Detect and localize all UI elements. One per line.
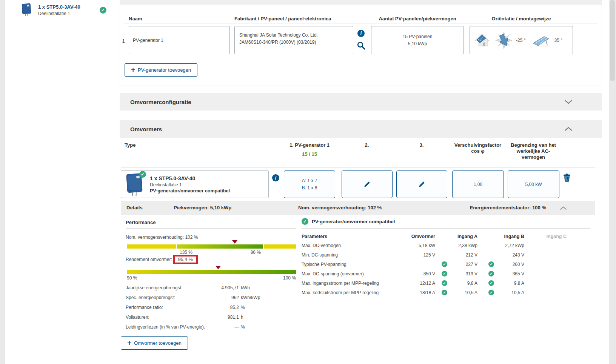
ok-check-icon: ✓ [488,290,494,295]
status-check-icon: ✓ [302,218,308,225]
divider [302,228,590,229]
string-config-b: B: 1 x 8 [302,184,317,192]
ok-check-icon: ✓ [442,271,447,276]
compatibility-status: ✓ PV-generator/omvormer compatibel [302,218,395,225]
bar-min-label: 90 % [127,275,137,281]
chevron-up-icon[interactable] [564,127,573,131]
details-label: Details [126,205,143,210]
inverter-title: 1 x STP5.0-3AV-40 [150,175,230,181]
orientation-box[interactable]: -25 ° 35 ° [470,26,573,54]
column-header-aantal: Aantal PV-panelen/piekvermogen [371,16,464,22]
section-title: Omvormerconfiguratie [130,99,191,105]
tilt-value: 35 ° [554,38,562,43]
column-header-generator1: 1. PV-generator 1 [272,142,347,148]
ok-check-icon: ✓ [442,290,447,295]
parameter-row: Max. DC-vermogen 5,18 kW 2,38 kWp 2,72 k… [302,241,567,250]
chevron-down-icon[interactable] [564,100,573,104]
performance-stats: Jaarlijkse energieopbrengst:4.905,71kWh … [126,283,260,332]
sidebar-item-subtitle: Deelinstallatie 1 [38,11,80,16]
ok-check-icon: ✓ [488,261,494,267]
efficiency-marker-icon [216,266,221,269]
column-header-ac-limit: Begrenzing van het werkelijke AC-vermoge… [505,142,562,160]
nominal-ratio-marker-icon [232,240,237,244]
add-inverter-button[interactable]: + Omvormer toevoegen [121,336,188,350]
parameter-row: Max. kortsluitstroom per MPP-regeling 18… [302,288,567,297]
header-divider [121,167,595,167]
column-header-2: 2. [348,142,386,148]
column-header-3: 3. [403,142,440,148]
peak-power: 5,10 kWp [371,40,464,48]
ac-limit-box[interactable]: 5,00 kW [508,170,559,198]
stat-row: Performance ratio:85,2% [126,303,260,312]
parameters-table: Parameters Omvormer Ingang A Ingang B In… [302,232,567,297]
stat-row: Vollasturen:981,1h [126,312,260,322]
efficiency-highlight-box: 95,4 % [173,255,198,264]
sidebar-item-inverter[interactable]: 1 x STP5.0-3AV-40 Deelinstallatie 1 ✓ [5,0,112,23]
scrollbar-thumb[interactable] [610,0,615,81]
parameter-row: Max. DC-spanning (omvormer) 850 V ✓ 319 … [302,269,567,278]
module-info-icon[interactable]: i [357,30,365,37]
sidebar-item-title: 1 x STP5.0-3AV-40 [38,4,80,10]
nominal-ratio-bar [127,244,296,249]
column-header-cos-phi: Verschuivingsfactor cos φ [450,142,506,154]
naam-input[interactable] [129,26,230,54]
performance-title: Performance [126,220,156,225]
divider [126,228,296,229]
azimuth-compass-icon [495,31,513,49]
module-type: JAM60S10-340/PR (1000V) (03/2019) [239,39,348,46]
sidebar: 1 x STP5.0-3AV-40 Deelinstallatie 1 ✓ [5,0,112,364]
module-select-box[interactable]: Shanghai JA Solar Technology Co. Ltd. JA… [234,26,353,54]
inverter-status: PV-generator/omvormer compatibel [150,188,230,194]
bar-boundary-label: 135 % [180,250,192,255]
delete-inverter-icon[interactable] [563,174,571,182]
stat-row: Spec. energieopbrengst:962kWh/kWp [126,293,260,303]
section-omvormerconfiguratie[interactable]: Omvormerconfiguratie [120,93,602,111]
efficiency-bar [127,270,296,274]
panel-count-box[interactable]: 15 PV-panelen 5,10 kWp [371,26,464,54]
generator3-edit-box[interactable] [396,170,447,198]
details-bar[interactable]: Details Piekvermogen: 5,10 kWp Nom. verm… [121,201,595,215]
azimuth-value: -25 ° [516,38,525,43]
stat-row: Leidingverliezen (in % van PV-energie):-… [126,322,260,332]
string-config-a: A: 1 x 7 [302,177,317,184]
panel-count: 15 PV-panelen [371,33,464,40]
sunny-design-page: 1 x STP5.0-3AV-40 Deelinstallatie 1 ✓ Na… [0,0,616,364]
details-peak-power: Piekvermogen: 5,10 kWp [174,205,231,210]
inverter-icon [21,3,32,17]
pv-generator-row-index: 1 [120,38,126,44]
details-energy-factor: Energierendementsfactor: 100 % [470,205,546,210]
generator1-assigned-count: 15 / 15 [272,151,347,157]
column-header-naam: Naam [129,16,142,22]
parameter-row: Max. ingangsstroom per MPP-regeling 12/1… [302,278,567,288]
house-icon [474,32,490,48]
inverter-efficiency-row: Rendement omvormer: 95,4 % [126,255,198,264]
inverter-type-box[interactable]: ✓ 1 x STP5.0-3AV-40 Deelinstallatie 1 PV… [121,170,269,198]
bar-boundary-label: 86 % [246,250,261,255]
details-nominal-ratio: Nom. vermogensverhouding: 102 % [298,205,382,210]
add-pv-generator-button[interactable]: + PV-generator toevoegen [125,63,197,77]
module-search-icon[interactable] [356,41,366,50]
inverter-info-icon[interactable]: i [272,174,279,181]
sidebar-status-check-icon: ✓ [100,7,106,14]
edit-icon [419,181,425,187]
plus-icon: + [127,339,131,347]
generator-assignment-box[interactable]: A: 1 x 7 B: 1 x 8 [284,170,335,198]
plus-icon: + [131,66,135,74]
scrollbar-track[interactable] [609,0,616,364]
section-omvormers[interactable]: Omvormers [120,120,602,138]
generator2-edit-box[interactable] [342,170,393,198]
inverter-image: ✓ [124,172,145,197]
column-header-orientatie: Oriëntatie / montagewijze [470,16,573,22]
pv-generators-card: Naam Fabrikant / PV-paneel / paneel-elek… [120,4,602,86]
cos-phi-box[interactable]: 1,00 [452,170,504,198]
details-chevron-up-icon[interactable] [560,206,567,210]
ok-check-icon: ✓ [488,271,494,276]
column-header-fabrikant: Fabrikant / PV-paneel / paneel-elektroni… [234,16,331,22]
ok-check-icon: ✓ [442,261,447,267]
module-manufacturer: Shanghai JA Solar Technology Co. Ltd. [239,32,348,39]
stat-row: Jaarlijkse energieopbrengst:4.905,71kWh [126,283,260,293]
left-page-margin [0,0,5,364]
compatible-check-icon: ✓ [139,171,146,178]
compatibility-status-text: PV-generator/omvormer compatibel [312,219,395,224]
edit-icon [364,181,370,187]
